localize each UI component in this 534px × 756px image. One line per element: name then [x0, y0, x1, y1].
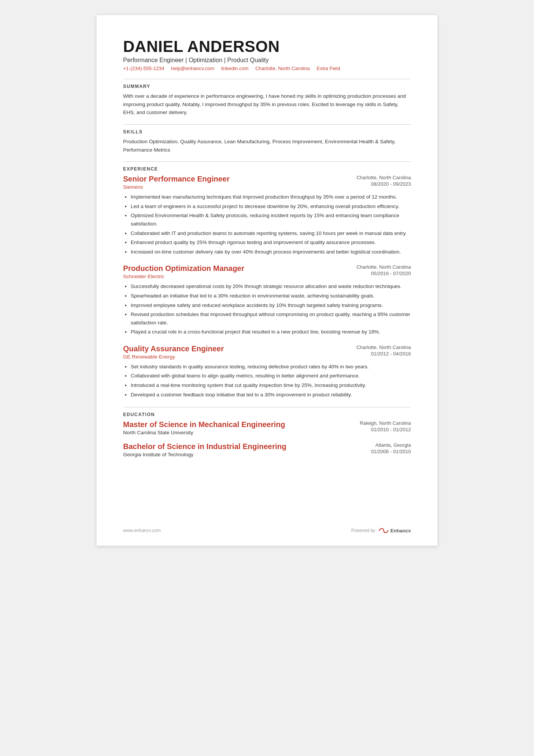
edu-left-2: Bachelor of Science in Industrial Engine… — [123, 442, 286, 457]
contact-linkedin: linkedin.com — [221, 66, 248, 71]
bullet: Developed a customer feedback loop initi… — [131, 391, 411, 399]
job-title-left-2: Production Optimization Manager Schneide… — [123, 264, 244, 279]
bullet: Set industry standards in quality assura… — [131, 363, 411, 371]
contact-location: Charlotte, North Carolina — [255, 66, 310, 71]
job-right-3: Charlotte, North Carolina 01/2012 - 04/2… — [343, 344, 411, 357]
edu-dates-1: 01/2010 - 01/2012 — [343, 427, 411, 432]
job-location-2: Charlotte, North Carolina — [343, 264, 411, 270]
edu-location-2: Atlanta, Georgia — [343, 442, 411, 448]
job-header-1: Senior Performance Engineer Siemens Char… — [123, 175, 411, 190]
bullet: Collaborated with IT and production team… — [131, 229, 411, 238]
bullet: Increased on-time customer delivery rate… — [131, 248, 411, 256]
edu-header-2: Bachelor of Science in Industrial Engine… — [123, 442, 411, 457]
contact-phone: +1-(234)-555-1234 — [123, 66, 164, 71]
skills-text: Production Optimization, Quality Assuran… — [123, 138, 411, 154]
job-header-2: Production Optimization Manager Schneide… — [123, 264, 411, 279]
bullet: Collaborated with global teams to align … — [131, 372, 411, 380]
job-location-3: Charlotte, North Carolina — [343, 344, 411, 350]
bullet: Successfully decreased operational costs… — [131, 282, 411, 291]
bullet: Led a team of engineers in a successful … — [131, 202, 411, 211]
job-bullets-1: Implemented lean manufacturing technique… — [123, 193, 411, 256]
enhancv-icon — [378, 527, 389, 534]
enhancv-logo: Enhancv — [378, 527, 411, 534]
header: DANIEL ANDERSON Performance Engineer | O… — [123, 38, 411, 71]
bullet: Introduced a real-time monitoring system… — [131, 381, 411, 390]
edu-school-2: Georgia Institute of Technology — [123, 452, 286, 457]
job-company-1: Siemens — [123, 184, 230, 190]
bullet: Enhanced product quality by 25% through … — [131, 238, 411, 247]
edu-entry-2: Bachelor of Science in Industrial Engine… — [123, 442, 411, 457]
footer: www.enhancv.com Powered by Enhancv — [123, 527, 411, 534]
job-dates-3: 01/2012 - 04/2016 — [343, 351, 411, 357]
resume-page: DANIEL ANDERSON Performance Engineer | O… — [97, 15, 437, 546]
footer-website: www.enhancv.com — [123, 528, 161, 533]
bullet: Revised production schedules that improv… — [131, 310, 411, 327]
contact-email: help@enhancv.com — [171, 66, 214, 71]
edu-school-1: North Carolina State University — [123, 430, 285, 435]
skills-title: SKILLS — [123, 129, 411, 135]
contact-info: +1-(234)-555-1234 help@enhancv.com linke… — [123, 66, 411, 71]
job-company-3: GE Renewable Energy — [123, 354, 224, 360]
job-dates-1: 08/2020 - 09/2023 — [343, 181, 411, 187]
edu-degree-2: Bachelor of Science in Industrial Engine… — [123, 442, 286, 451]
summary-divider — [123, 79, 411, 79]
edu-right-1: Raleigh, North Carolina 01/2010 - 01/201… — [343, 420, 411, 432]
summary-section: SUMMARY With over a decade of experience… — [123, 84, 411, 117]
edu-degree-1: Master of Science in Mechanical Engineer… — [123, 420, 285, 429]
edu-right-2: Atlanta, Georgia 01/2006 - 01/2010 — [343, 442, 411, 454]
job-entry-3: Quality Assurance Engineer GE Renewable … — [123, 344, 411, 399]
bullet: Improved employee safety and reduced wor… — [131, 301, 411, 310]
job-entry-1: Senior Performance Engineer Siemens Char… — [123, 175, 411, 256]
job-header-3: Quality Assurance Engineer GE Renewable … — [123, 344, 411, 360]
job-entry-2: Production Optimization Manager Schneide… — [123, 264, 411, 336]
summary-text: With over a decade of experience in perf… — [123, 92, 411, 117]
bullet: Spearheaded an initiative that led to a … — [131, 292, 411, 300]
job-title-1: Senior Performance Engineer — [123, 175, 230, 183]
bullet: Optimized Environmental Health & Safety … — [131, 211, 411, 228]
job-right-2: Charlotte, North Carolina 05/2016 - 07/2… — [343, 264, 411, 276]
bullet: Implemented lean manufacturing technique… — [131, 193, 411, 201]
bullet: Played a crucial role in a cross-functio… — [131, 328, 411, 336]
job-title-left-1: Senior Performance Engineer Siemens — [123, 175, 230, 190]
skills-section: SKILLS Production Optimization, Quality … — [123, 129, 411, 154]
edu-left-1: Master of Science in Mechanical Engineer… — [123, 420, 285, 435]
edu-location-1: Raleigh, North Carolina — [343, 420, 411, 426]
brand-name: Enhancv — [390, 528, 411, 534]
job-dates-2: 05/2016 - 07/2020 — [343, 271, 411, 276]
experience-divider — [123, 161, 411, 162]
edu-dates-2: 01/2006 - 01/2010 — [343, 449, 411, 454]
job-company-2: Schneider Electric — [123, 274, 244, 279]
education-section: EDUCATION Master of Science in Mechanica… — [123, 412, 411, 457]
job-right-1: Charlotte, North Carolina 08/2020 - 09/2… — [343, 175, 411, 187]
experience-title: EXPERIENCE — [123, 166, 411, 172]
job-location-1: Charlotte, North Carolina — [343, 175, 411, 180]
powered-by-text: Powered by — [351, 528, 375, 533]
candidate-title: Performance Engineer | Optimization | Pr… — [123, 57, 411, 64]
contact-extra: Extra Field — [317, 66, 340, 71]
candidate-name: DANIEL ANDERSON — [123, 38, 411, 55]
education-divider — [123, 407, 411, 407]
job-title-left-3: Quality Assurance Engineer GE Renewable … — [123, 344, 224, 360]
skills-divider — [123, 124, 411, 125]
experience-section: EXPERIENCE Senior Performance Engineer S… — [123, 166, 411, 399]
job-title-3: Quality Assurance Engineer — [123, 344, 224, 353]
edu-entry-1: Master of Science in Mechanical Engineer… — [123, 420, 411, 435]
edu-header-1: Master of Science in Mechanical Engineer… — [123, 420, 411, 435]
education-title: EDUCATION — [123, 412, 411, 417]
job-title-2: Production Optimization Manager — [123, 264, 244, 273]
summary-title: SUMMARY — [123, 84, 411, 89]
job-bullets-3: Set industry standards in quality assura… — [123, 363, 411, 399]
footer-brand: Powered by Enhancv — [351, 527, 411, 534]
job-bullets-2: Successfully decreased operational costs… — [123, 282, 411, 336]
